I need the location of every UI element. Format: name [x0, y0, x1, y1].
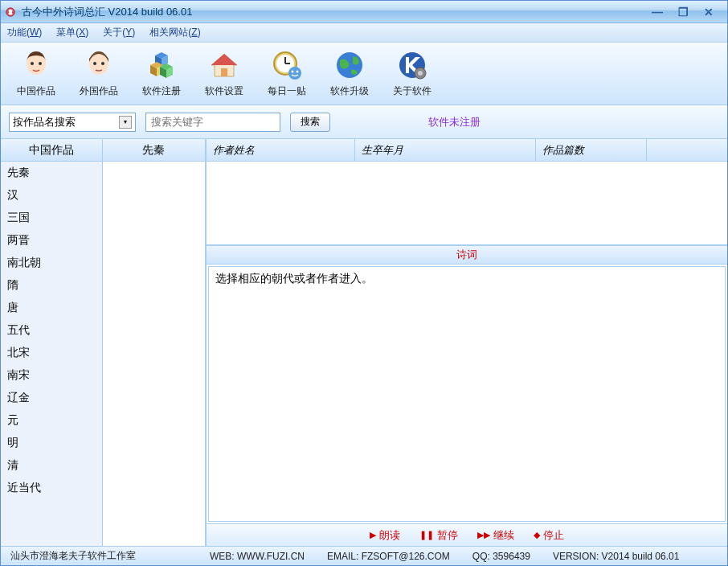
searchbar: 按作品名搜索 ▾ 搜索 软件未注册: [1, 105, 727, 139]
poem-body[interactable]: 选择相应的朝代或者作者进入。: [208, 266, 726, 522]
svg-point-12: [288, 67, 301, 80]
statusbar: 汕头市澄海老夫子软件工作室 WEB: WWW.FUZI.CN EMAIL: FZ…: [1, 546, 727, 565]
menu-related-sites[interactable]: 相关网站(Z): [149, 26, 200, 39]
cubes-icon: [145, 49, 178, 81]
search-input[interactable]: [145, 113, 280, 132]
dynasty-item[interactable]: 南北朝: [1, 252, 102, 274]
search-mode-dropdown[interactable]: 按作品名搜索 ▾: [9, 113, 136, 132]
tool-upgrade[interactable]: 软件升级: [330, 49, 369, 98]
dynasty-item[interactable]: 清: [1, 454, 102, 477]
svg-point-6: [101, 62, 104, 65]
unregistered-text: 软件未注册: [428, 115, 481, 129]
maximize-button[interactable]: ❐: [674, 5, 692, 19]
dynasty-item[interactable]: 唐: [1, 297, 102, 319]
k-gear-icon: [396, 49, 428, 81]
stop-icon: ◆: [534, 530, 540, 540]
search-button[interactable]: 搜索: [290, 113, 330, 132]
pause-button[interactable]: ❚❚暂停: [419, 528, 458, 543]
sub-list[interactable]: [103, 162, 206, 546]
tool-chinese-works[interactable]: 中国作品: [17, 49, 55, 98]
dynasty-item[interactable]: 辽金: [1, 387, 102, 409]
clock-smile-icon: [271, 49, 303, 81]
svg-point-13: [292, 71, 294, 73]
author-table-header: 作者姓名 生卒年月 作品篇数: [207, 139, 727, 162]
resume-button[interactable]: ▶▶继续: [477, 528, 514, 543]
dynasty-list[interactable]: 先秦汉三国两晋南北朝隋唐五代北宋南宋辽金元明清近当代: [1, 162, 102, 546]
col-birth-death[interactable]: 生卒年月: [355, 139, 536, 161]
app-window: 古今中外诗词总汇 V2014 build 06.01 — ❐ ✕ 功能(W) 菜…: [0, 0, 728, 566]
dynasty-column: 中国作品 先秦汉三国两晋南北朝隋唐五代北宋南宋辽金元明清近当代: [1, 139, 103, 546]
tool-label: 软件设置: [205, 84, 243, 98]
app-icon: [4, 6, 17, 18]
menubar: 功能(W) 菜单(X) 关于(Y) 相关网站(Z): [1, 23, 727, 43]
col-author-name[interactable]: 作者姓名: [207, 139, 355, 161]
dynasty-item[interactable]: 元: [1, 409, 102, 432]
tool-daily-tip[interactable]: 每日一贴: [268, 49, 306, 98]
menu-about[interactable]: 关于(Y): [103, 26, 135, 39]
svg-point-18: [418, 71, 423, 76]
dynasty-item[interactable]: 先秦: [1, 162, 102, 184]
menu-functions[interactable]: 功能(W): [7, 26, 42, 39]
face-male-icon: [83, 49, 115, 81]
dynasty-item[interactable]: 三国: [1, 207, 102, 229]
tool-settings[interactable]: 软件设置: [205, 49, 243, 98]
face-female-icon: [20, 49, 52, 81]
house-icon: [208, 49, 240, 81]
dropdown-value: 按作品名搜索: [13, 115, 76, 129]
svg-point-3: [39, 62, 42, 65]
window-title: 古今中外诗词总汇 V2014 build 06.01: [22, 5, 648, 19]
tool-label: 软件注册: [142, 84, 181, 98]
svg-rect-7: [221, 68, 227, 76]
tool-label: 中国作品: [17, 84, 55, 98]
sub-header: 先秦: [103, 139, 206, 162]
dynasty-item[interactable]: 北宋: [1, 342, 102, 364]
globe-icon: [333, 49, 366, 81]
svg-point-5: [93, 62, 96, 65]
main-content: 中国作品 先秦汉三国两晋南北朝隋唐五代北宋南宋辽金元明清近当代 先秦 作者姓名 …: [1, 139, 727, 546]
dynasty-item[interactable]: 汉: [1, 184, 102, 207]
dynasty-header: 中国作品: [1, 139, 102, 162]
close-button[interactable]: ✕: [700, 5, 718, 19]
author-table-body[interactable]: [207, 162, 727, 245]
tool-about[interactable]: 关于软件: [393, 49, 431, 98]
dynasty-item[interactable]: 明: [1, 432, 102, 454]
poem-header: 诗词: [207, 245, 727, 265]
svg-point-14: [297, 71, 299, 73]
left-panel: 中国作品 先秦汉三国两晋南北朝隋唐五代北宋南宋辽金元明清近当代 先秦: [1, 139, 207, 546]
dynasty-item[interactable]: 隋: [1, 274, 102, 297]
titlebar[interactable]: 古今中外诗词总汇 V2014 build 06.01 — ❐ ✕: [1, 1, 727, 23]
status-web: WEB: WWW.FUZI.CN: [210, 551, 305, 562]
tool-label: 关于软件: [393, 84, 431, 98]
right-panel: 作者姓名 生卒年月 作品篇数 诗词 选择相应的朝代或者作者进入。 ▶朗读 ❚❚暂…: [207, 139, 727, 546]
status-qq: QQ: 3596439: [472, 551, 530, 562]
playbar: ▶朗读 ❚❚暂停 ▶▶继续 ◆停止: [207, 523, 727, 546]
read-button[interactable]: ▶朗读: [370, 528, 400, 543]
status-version: VERSION: V2014 build 06.01: [553, 551, 679, 562]
col-work-count[interactable]: 作品篇数: [536, 139, 647, 161]
tool-foreign-works[interactable]: 外国作品: [80, 49, 118, 98]
chevron-down-icon: ▾: [119, 116, 132, 129]
menu-menu[interactable]: 菜单(X): [56, 26, 88, 39]
tool-label: 软件升级: [330, 84, 369, 98]
dynasty-item[interactable]: 南宋: [1, 364, 102, 387]
toolbar: 中国作品 外国作品 软件注册 软件设置 每日一贴 软件升级 关于软件: [1, 43, 727, 105]
svg-point-2: [31, 62, 34, 65]
status-email: EMAIL: FZSOFT@126.COM: [327, 551, 450, 562]
stop-button[interactable]: ◆停止: [534, 528, 564, 543]
dynasty-item[interactable]: 五代: [1, 319, 102, 342]
poem-text: 选择相应的朝代或者作者进入。: [215, 272, 373, 285]
tool-register[interactable]: 软件注册: [142, 49, 181, 98]
minimize-button[interactable]: —: [648, 5, 666, 19]
dynasty-item[interactable]: 近当代: [1, 477, 102, 499]
tool-label: 外国作品: [80, 84, 118, 98]
col-spacer: [647, 139, 727, 161]
window-controls: — ❐ ✕: [648, 5, 724, 19]
status-studio: 汕头市澄海老夫子软件工作室: [10, 549, 187, 563]
pause-icon: ❚❚: [419, 530, 434, 540]
play-icon: ▶: [370, 530, 376, 540]
resume-icon: ▶▶: [477, 530, 490, 540]
dynasty-item[interactable]: 两晋: [1, 229, 102, 252]
tool-label: 每日一贴: [268, 84, 306, 98]
sub-column: 先秦: [103, 139, 207, 546]
